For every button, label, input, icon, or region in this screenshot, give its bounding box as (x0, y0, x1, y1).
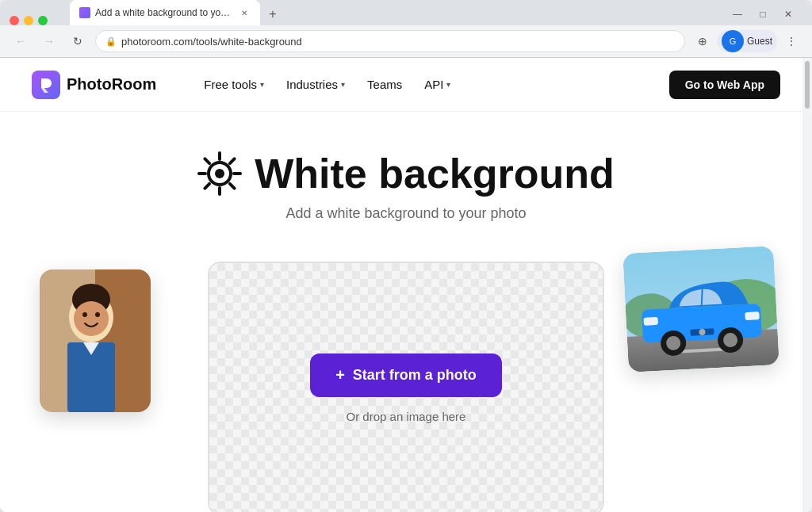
go-to-web-app-button[interactable]: Go to Web App (669, 71, 780, 99)
address-bar[interactable]: 🔒 photoroom.com/tools/white-background (95, 30, 685, 52)
nav-label-free-tools: Free tools (204, 78, 257, 91)
logo-text: PhotoRoom (67, 75, 156, 94)
forward-button[interactable]: → (38, 30, 60, 52)
nav-label-teams: Teams (367, 78, 402, 91)
floating-car-image (622, 246, 779, 373)
svg-line-8 (230, 184, 235, 189)
extensions-area: ⊕ G Guest ⋮ (691, 30, 802, 52)
floating-person-image (40, 269, 151, 412)
svg-point-17 (95, 312, 100, 317)
hero-section: White background Add a white background … (0, 112, 812, 246)
nav-item-free-tools[interactable]: Free tools ▾ (194, 71, 274, 97)
new-tab-button[interactable]: + (262, 3, 284, 25)
nav-label-industries: Industries (286, 78, 338, 91)
guest-label: Guest (747, 36, 772, 47)
nav-item-api[interactable]: API ▾ (415, 71, 460, 97)
scrollbar[interactable] (802, 58, 812, 512)
refresh-button[interactable]: ↻ (67, 30, 89, 52)
nav-label-api: API (424, 78, 443, 91)
browser-window: Add a white background to you... ✕ + — □… (0, 0, 812, 512)
logo-area[interactable]: PhotoRoom (32, 71, 156, 99)
svg-point-15 (74, 301, 109, 336)
browser-toolbar: ← → ↻ 🔒 photoroom.com/tools/white-backgr… (0, 25, 812, 58)
svg-point-16 (82, 312, 87, 317)
upload-button-label: Start from a photo (353, 367, 477, 384)
lock-icon: 🔒 (105, 36, 117, 47)
plus-icon: + (335, 366, 345, 384)
svg-rect-24 (642, 304, 762, 343)
sparkle-icon (197, 151, 242, 196)
back-button[interactable]: ← (10, 30, 32, 52)
tab-close-button[interactable]: ✕ (238, 6, 251, 19)
minimize-button[interactable] (24, 16, 33, 25)
tabs-bar: Add a white background to you... ✕ + — □… (0, 0, 812, 25)
drop-text: Or drop an image here (347, 410, 466, 423)
nav-links: Free tools ▾ Industries ▾ Teams API ▾ (194, 71, 668, 97)
navbar: PhotoRoom Free tools ▾ Industries ▾ Team… (0, 58, 812, 112)
nav-item-industries[interactable]: Industries ▾ (277, 71, 354, 97)
extensions-icon[interactable]: ⊕ (691, 30, 714, 52)
window-restore-icon[interactable]: □ (752, 3, 774, 25)
scrollbar-thumb[interactable] (805, 61, 810, 109)
chevron-down-icon-industries: ▾ (341, 80, 345, 89)
svg-line-10 (205, 184, 210, 189)
maximize-button[interactable] (38, 16, 48, 25)
upload-dropzone[interactable]: + Start from a photo Or drop an image he… (208, 262, 604, 512)
tab-favicon-icon (79, 7, 90, 18)
window-minimize-icon[interactable]: — (726, 3, 749, 25)
avatar: G (722, 30, 744, 52)
browser-tab[interactable]: Add a white background to you... ✕ (70, 0, 260, 25)
page-content: PhotoRoom Free tools ▾ Industries ▾ Team… (0, 58, 812, 512)
address-text: photoroom.com/tools/white-background (121, 36, 302, 48)
svg-point-2 (215, 169, 224, 178)
svg-line-9 (230, 159, 235, 163)
close-button[interactable] (10, 16, 19, 25)
svg-rect-27 (745, 311, 759, 320)
menu-icon[interactable]: ⋮ (780, 30, 802, 52)
window-close-icon[interactable]: ✕ (777, 3, 799, 25)
svg-line-7 (205, 159, 210, 163)
nav-item-teams[interactable]: Teams (358, 71, 412, 97)
hero-subtitle: Add a white background to your photo (16, 205, 796, 222)
tab-title: Add a white background to you... (95, 7, 233, 18)
hero-title: White background (255, 153, 615, 194)
chevron-down-icon: ▾ (260, 80, 264, 89)
profile-button[interactable]: G Guest (717, 30, 777, 52)
upload-section: + Start from a photo Or drop an image he… (0, 246, 812, 512)
start-from-photo-button[interactable]: + Start from a photo (310, 353, 502, 397)
logo-icon (32, 71, 60, 99)
hero-title-row: White background (16, 151, 796, 196)
chevron-down-icon-api: ▾ (446, 80, 450, 89)
svg-rect-26 (643, 317, 657, 326)
